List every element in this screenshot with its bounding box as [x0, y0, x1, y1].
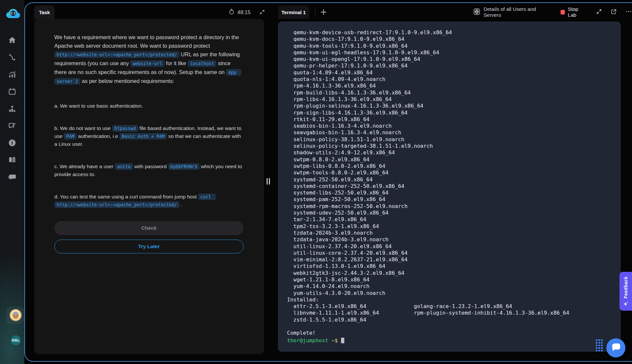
more-options-icon[interactable]	[625, 8, 632, 16]
notes-feedback-icon[interactable]	[8, 121, 16, 130]
task-intro: We have a requirement where we want to p…	[54, 33, 244, 86]
inline-code: http://<website-url>:<apache_port>/prote…	[54, 51, 179, 58]
chat-launcher-button[interactable]	[606, 338, 625, 357]
stop-lab-button[interactable]: Stop Lab	[561, 6, 588, 18]
inline-code: Basic Auth + PAM	[119, 133, 167, 140]
calendar-icon[interactable]	[8, 87, 16, 96]
timer-group: 48:15	[228, 9, 250, 16]
feedback-tab[interactable]: Feedback	[619, 272, 632, 311]
inline-code: GyQkFRVNr3	[168, 163, 199, 170]
text-segment: d. You can test the same using a curl co…	[54, 194, 198, 199]
text-segment: a. We want to use basic authentication.	[54, 103, 143, 109]
inline-code: anita	[115, 163, 133, 170]
terminal-output[interactable]: qemu-kvm-device-usb-redirect-17:9.1.0-9.…	[278, 22, 620, 351]
tab-terminal-label: Terminal 1	[281, 10, 306, 15]
task-item-b: b. We do not want to use htpasswd file b…	[54, 124, 244, 148]
task-item-a: a. We want to use basic authentication.	[54, 102, 244, 110]
org-badge[interactable]: RBL	[11, 335, 21, 345]
stopwatch-icon	[228, 9, 235, 16]
chat-icon[interactable]	[8, 173, 16, 181]
inline-code: localhost	[188, 60, 216, 67]
text-segment: for it like	[165, 60, 188, 66]
drag-handle[interactable]	[596, 339, 603, 351]
home-icon[interactable]	[8, 36, 16, 44]
tab-task[interactable]: Task	[34, 6, 55, 19]
stop-lab-label: Stop Lab	[568, 6, 588, 18]
terminal-panel[interactable]: qemu-kvm-device-usb-redirect-17:9.1.0-9.…	[278, 22, 620, 351]
inline-code: htpasswd	[112, 125, 138, 132]
details-label: Details of all Users and Servers	[484, 6, 553, 18]
details-users-servers-button[interactable]: Details of all Users and Servers	[473, 6, 553, 18]
text-segment: c. We already have a user	[54, 164, 115, 169]
info-icon[interactable]	[8, 139, 16, 147]
chat-bubble-icon	[611, 342, 621, 353]
terminal-cursor	[341, 338, 344, 343]
prompt-symbol: ~$	[331, 337, 338, 344]
text-segment: authentication, i.e	[77, 133, 119, 139]
tabbar-separator	[315, 9, 315, 15]
journey-route-icon[interactable]	[8, 53, 16, 62]
library-book-icon[interactable]	[8, 156, 16, 164]
growth-chart-icon[interactable]	[8, 70, 16, 79]
feedback-label: Feedback	[623, 276, 628, 299]
sidebar: RBL	[0, 0, 24, 364]
text-segment: .	[179, 202, 182, 207]
task-item-c: c. We already have a user anita with pas…	[54, 163, 244, 178]
task-panel: We have a requirement where we want to p…	[34, 19, 264, 354]
try-later-button[interactable]: Try Later	[54, 240, 244, 253]
stop-square-icon	[561, 10, 565, 14]
timer-value: 48:15	[237, 10, 250, 15]
inline-code: PAM	[64, 133, 76, 140]
text-segment: We have a requirement where we want to p…	[54, 34, 239, 49]
text-segment: b. We do not want to use	[54, 125, 112, 131]
user-avatar[interactable]	[10, 310, 21, 321]
terminal-header-actions: Details of all Users and Servers Stop La…	[473, 7, 632, 18]
text-segment: as per below mentioned requirements:	[80, 78, 174, 84]
leaderboard-icon[interactable]	[8, 104, 16, 113]
tab-terminal-1[interactable]: Terminal 1	[278, 6, 309, 19]
panel-resize-handle[interactable]	[267, 178, 270, 185]
check-button[interactable]: Check	[54, 221, 244, 235]
tab-task-label: Task	[39, 10, 50, 15]
sparkle-icon	[623, 301, 628, 306]
expand-terminal-icon[interactable]	[596, 9, 602, 16]
text-segment: with password	[133, 164, 168, 169]
expand-task-icon[interactable]	[259, 9, 265, 16]
open-external-icon[interactable]	[611, 9, 617, 16]
prompt-user: thor@jumphost	[287, 337, 328, 344]
inline-code: website-url	[130, 60, 164, 67]
servers-grid-icon	[473, 8, 481, 17]
task-item-d: d. You can test the same using a curl co…	[54, 193, 244, 209]
add-terminal-button[interactable]: +	[319, 7, 329, 17]
app-logo-cloud-icon[interactable]	[6, 8, 21, 20]
